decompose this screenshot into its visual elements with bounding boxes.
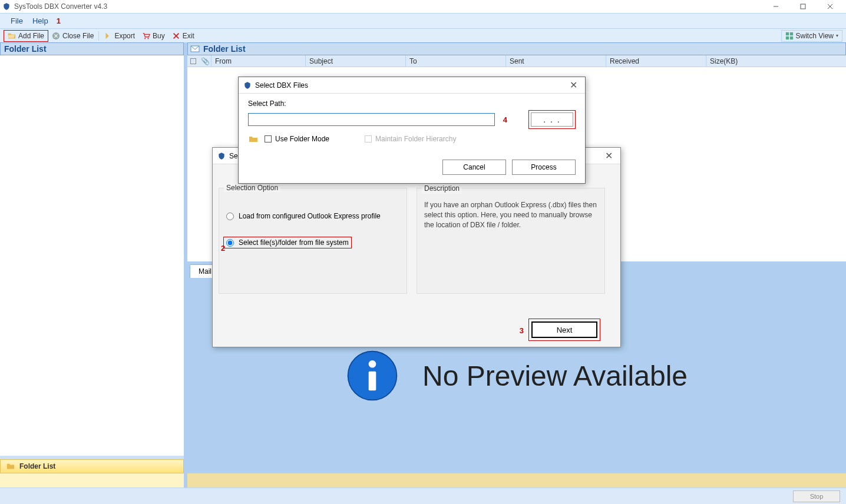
minimize-button[interactable] [762, 0, 789, 13]
dialog2-close-button[interactable]: ✕ [561, 79, 585, 91]
col-from[interactable]: From [211, 55, 305, 67]
right-bottom-strip [187, 473, 846, 488]
browse-button[interactable]: . . . [531, 112, 573, 127]
next-highlight: Next [528, 319, 600, 341]
col-size[interactable]: Size(KB) [706, 55, 846, 67]
col-received[interactable]: Received [606, 55, 706, 67]
select-path-label: Select Path: [248, 100, 576, 108]
statusbar: Stop [0, 488, 846, 504]
app-shield-icon [243, 81, 252, 89]
menu-help[interactable]: Help [28, 16, 53, 25]
switch-view-button[interactable]: Switch View ▾ [781, 30, 842, 42]
app-title: SysTools DBX Converter v4.3 [14, 2, 107, 11]
close-circle-icon [52, 32, 60, 40]
export-button[interactable]: Export [100, 30, 138, 42]
annotation-1: 1 [57, 16, 61, 25]
path-input[interactable] [248, 113, 495, 126]
menubar: File Help 1 [0, 13, 846, 28]
svg-point-14 [369, 360, 376, 368]
export-arrow-icon [104, 32, 112, 40]
svg-rect-10 [789, 36, 792, 39]
svg-point-5 [144, 38, 146, 39]
svg-point-6 [148, 38, 149, 39]
radio-filesystem-highlight: Select file(s)/folder from file system [223, 237, 352, 248]
next-button[interactable]: Next [531, 321, 597, 338]
left-bottom-strip [0, 473, 184, 488]
stop-button: Stop [793, 490, 840, 502]
info-icon [346, 349, 399, 402]
windows-close-button[interactable] [817, 0, 844, 13]
dialog2-titlebar[interactable]: Select DBX Files ✕ [239, 77, 585, 94]
maintain-hierarchy-checkbox: Maintain Folder Hierarchy [365, 135, 456, 143]
left-pane: Folder List . . . . . Folder List [0, 42, 185, 488]
app-icon [2, 2, 11, 11]
svg-rect-7 [785, 32, 788, 35]
radio-select-filesystem[interactable]: Select file(s)/folder from file system [226, 238, 349, 247]
col-subject[interactable]: Subject [305, 55, 405, 67]
dialog-close-button[interactable]: ✕ [597, 150, 620, 161]
attachment-column-icon[interactable]: 📎 [199, 57, 211, 65]
folder-list-header: Folder List [0, 42, 184, 55]
folder-open-icon [8, 32, 16, 40]
select-all-checkbox[interactable] [187, 58, 199, 64]
description-group: Description If you have an orphan Outloo… [417, 188, 605, 294]
cancel-button[interactable]: Cancel [442, 160, 506, 175]
cart-icon [142, 32, 150, 40]
folder-icon [6, 462, 15, 470]
use-folder-mode-checkbox[interactable]: Use Folder Mode [265, 135, 329, 143]
buy-button[interactable]: Buy [138, 30, 168, 42]
col-sent[interactable]: Sent [505, 55, 606, 67]
column-headers: 📎 From Subject To Sent Received Size(KB) [187, 55, 846, 67]
right-header: Folder List [187, 42, 846, 55]
no-preview-text: No Preview Available [422, 360, 688, 392]
envelope-icon [190, 45, 200, 53]
exit-button[interactable]: Exit [168, 30, 198, 42]
menu-file[interactable]: File [6, 16, 28, 25]
radio-load-profile-input[interactable] [226, 213, 234, 220]
exit-x-icon [172, 32, 180, 40]
svg-rect-1 [801, 4, 805, 9]
annotation-2: 2 [221, 244, 225, 253]
layout-icon [785, 32, 794, 40]
selection-option-group: Selection Option Load from configured Ou… [219, 188, 407, 294]
maximize-button[interactable] [789, 0, 817, 13]
process-button[interactable]: Process [512, 160, 576, 175]
close-file-button[interactable]: Close File [48, 30, 97, 42]
annotation-3: 3 [520, 326, 524, 335]
chevron-down-icon: ▾ [836, 33, 838, 38]
select-dbx-files-dialog: Select DBX Files ✕ Select Path: 4 . . . … [238, 77, 586, 184]
svg-rect-15 [369, 372, 376, 390]
annotation-4: 4 [503, 115, 507, 124]
add-file-button[interactable]: Add File [4, 30, 48, 42]
radio-load-profile[interactable]: Load from configured Outlook Express pro… [226, 212, 399, 220]
folder-tree[interactable] [0, 55, 184, 456]
app-shield-icon [217, 152, 226, 160]
browse-highlight: . . . [528, 110, 576, 129]
radio-select-filesystem-input[interactable] [226, 239, 234, 247]
folder-list-button[interactable]: Folder List [0, 459, 184, 473]
description-text: If you have an orphan Outlook Express (.… [424, 200, 597, 230]
toolbar: Add File Close File Export Buy Exit Swit… [0, 28, 846, 42]
col-to[interactable]: To [405, 55, 505, 67]
svg-rect-9 [785, 36, 788, 39]
folder-icon [248, 135, 259, 143]
titlebar: SysTools DBX Converter v4.3 [0, 0, 846, 13]
svg-rect-8 [789, 32, 792, 35]
